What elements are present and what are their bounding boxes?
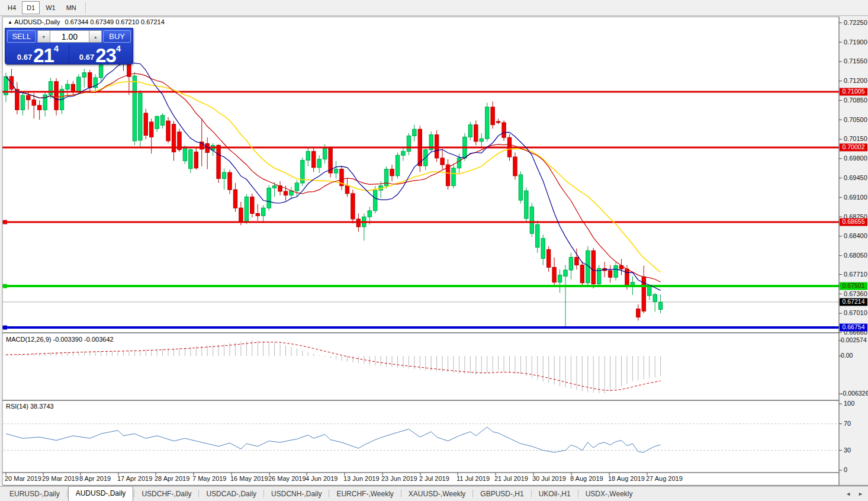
timeframe-button-h4[interactable]: H4 (3, 1, 21, 14)
timeframe-button-mn[interactable]: MN (62, 1, 81, 14)
price-axis-label: 0.68050 (844, 252, 867, 259)
candle-body (21, 95, 24, 110)
candle-body (228, 172, 232, 190)
date-label: 30 Jul 2019 (532, 475, 566, 482)
candle-body (525, 191, 528, 219)
candle-body (614, 266, 618, 278)
one-click-trading-panel: SELL ▾ ▴ BUY 0.67 21 4 0.67 23 4 (5, 28, 133, 65)
candle-body (575, 257, 578, 265)
candle-body (139, 93, 142, 140)
chart-tab-usdcad-daily[interactable]: USDCAD-,Daily (200, 487, 263, 501)
candle-body (49, 82, 52, 95)
chart-tab-eurusd-daily[interactable]: EURUSD-,Daily (3, 487, 66, 501)
candle-body (480, 139, 483, 142)
level-anchor-marker (3, 326, 7, 330)
candle-body (468, 125, 472, 137)
macd-axis-label: 0.00 (841, 352, 853, 359)
candle-body (435, 135, 438, 158)
candle-body (368, 211, 371, 217)
volume-input[interactable] (50, 30, 89, 43)
chart-tab-usdcnh-daily[interactable]: USDCNH-,Daily (265, 487, 328, 501)
tab-separator (329, 490, 329, 497)
tab-separator (472, 490, 473, 497)
candle-body (71, 84, 75, 91)
trade-panel-controls-row: SELL ▾ ▴ BUY (7, 30, 131, 43)
candle-body (491, 107, 494, 125)
chart-tab-xauusd-weekly[interactable]: XAUUSD-,Weekly (402, 487, 472, 501)
price-axis-label: 0.67360 (844, 290, 867, 297)
tab-separator (401, 490, 401, 497)
buy-price-display[interactable]: 0.67 23 4 (69, 44, 131, 64)
candle-body (536, 224, 539, 247)
level-price-badge-label: 0.68655 (843, 218, 865, 225)
timeframe-toolbar: H4D1W1MN (0, 0, 868, 16)
level-price-badge-label: 0.71005 (843, 88, 865, 95)
candle-body (256, 214, 259, 216)
chart-ohlc-values: 0.67344 0.67349 0.67210 0.67214 (65, 18, 165, 25)
chart-symbol-label: AUDUSD-,Daily (14, 18, 60, 25)
chart-tab-usdx-weekly[interactable]: USDX-,Weekly (579, 487, 639, 501)
price-axis-label: 0.67010 (844, 309, 867, 316)
volume-decrease-button[interactable]: ▾ (37, 30, 50, 43)
candle-body (636, 309, 640, 317)
timeframe-button-d1[interactable]: D1 (22, 1, 40, 14)
candle-body (306, 152, 310, 160)
candle-body (312, 152, 316, 168)
candle-body (222, 172, 226, 178)
date-label: 8 Apr 2019 (79, 475, 111, 482)
chart-tab-gbpusd-h1[interactable]: GBPUSD-,H1 (474, 487, 530, 501)
candle-body (631, 282, 634, 285)
date-label: 13 Jun 2019 (343, 475, 380, 482)
candle-body (608, 271, 612, 277)
date-label: 4 Jun 2019 (306, 475, 337, 482)
chart-tab-usdchf-daily[interactable]: USDCHF-,Daily (135, 487, 198, 501)
date-label: 27 Aug 2019 (646, 475, 683, 482)
date-label: 26 May 2019 (268, 475, 306, 482)
candle-body (374, 190, 377, 211)
candle-body (580, 265, 584, 283)
chart-tab-audusd-daily[interactable]: AUDUSD-,Daily (68, 486, 134, 501)
buy-button[interactable]: BUY (103, 30, 131, 43)
candle-body (217, 145, 220, 178)
candle-body (27, 95, 30, 99)
timeframe-button-w1[interactable]: W1 (41, 1, 60, 14)
chart-tab-bar: EURUSD-,DailyAUDUSD-,DailyUSDCHF-,DailyU… (0, 486, 868, 501)
candle-body (194, 152, 198, 168)
sell-button[interactable]: SELL (7, 30, 36, 43)
candle-body (272, 186, 276, 188)
candle-body (564, 270, 567, 276)
price-axis-label: 0.69800 (844, 155, 867, 162)
candle-body (591, 250, 595, 284)
chart-canvas[interactable]: 0.722500.719000.715500.712000.708500.705… (0, 0, 868, 501)
candle-body (323, 148, 326, 159)
candle-body (541, 239, 545, 259)
candle-body (653, 294, 657, 301)
date-label: 8 Aug 2019 (570, 475, 603, 482)
date-label: 17 Apr 2019 (117, 475, 152, 482)
level-anchor-marker (3, 220, 7, 224)
price-axis-label: 0.71900 (844, 38, 867, 46)
tab-scroll-arrows: ◄ ► (846, 491, 863, 497)
price-axis-label: 0.72250 (844, 19, 867, 26)
macd-axis-label: 0.002574 (841, 336, 867, 343)
price-axis[interactable]: 0.722500.719000.715500.712000.708500.705… (839, 19, 868, 474)
candle-body (648, 287, 651, 296)
candle-body (496, 121, 500, 123)
candle-body (413, 129, 416, 136)
chart-tab-ukoil-h1[interactable]: UKOil-,H1 (532, 487, 577, 501)
chart-tab-eurchf-weekly[interactable]: EURCHF-,Weekly (330, 487, 400, 501)
toolbar-separator (85, 2, 86, 13)
tab-scroll-right-icon[interactable]: ► (858, 491, 863, 497)
candle-body (245, 197, 248, 221)
candle-body (239, 208, 243, 221)
tab-scroll-left-icon[interactable]: ◄ (846, 491, 851, 497)
candle-body (552, 267, 556, 282)
sell-price-display[interactable]: 0.67 21 4 (7, 44, 69, 64)
date-label: 28 Apr 2019 (155, 475, 189, 482)
candle-body (351, 194, 355, 219)
candle-body (546, 249, 550, 267)
candle-body (345, 186, 349, 194)
date-label: 29 Mar 2019 (42, 475, 79, 482)
volume-increase-button[interactable]: ▴ (89, 30, 102, 43)
candle-body (144, 113, 147, 135)
